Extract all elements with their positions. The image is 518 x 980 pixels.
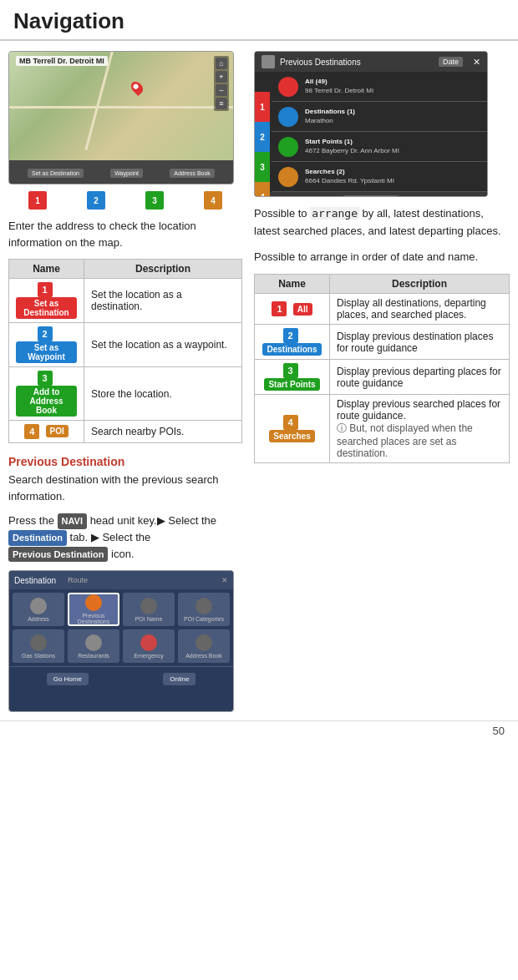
bottom-map-header-title: Destination: [14, 576, 56, 585]
label-3: 3: [145, 191, 164, 210]
left-btn-3[interactable]: Add to Address Book: [16, 386, 77, 417]
right-intro-text1: Possible to arrange by all, latest desti…: [254, 205, 510, 240]
screen-item-icon-3: [278, 137, 298, 157]
label-1: 1: [28, 191, 47, 210]
map-address-btn[interactable]: Address Book: [170, 169, 215, 178]
bottom-map-cell-icon-2: [140, 598, 157, 614]
bottom-map-cell-4[interactable]: Gas Stations: [13, 629, 64, 663]
map-menu-icon[interactable]: ≡: [216, 98, 227, 109]
left-intro-text: Enter the address to check the location …: [8, 218, 242, 250]
map-image: MB Terrell Dr. Detroit MI ⌂ + – ≡ Set as…: [8, 51, 234, 184]
screen-close-icon[interactable]: ✕: [473, 57, 480, 68]
delete-items-btn[interactable]: Delete Items: [343, 195, 399, 197]
go-home-btn[interactable]: Go Home: [47, 673, 89, 685]
arrange-word: arrange: [310, 207, 359, 220]
label-2: 2: [87, 191, 105, 210]
map-zoom-in-icon[interactable]: +: [216, 71, 227, 83]
right-table-row: 2 Destinations Display previous destinat…: [255, 325, 510, 360]
right-table-col-desc: Description: [330, 275, 510, 294]
right-table-cell-desc-2: Display previous destination places for …: [330, 325, 510, 360]
map-waypoint-btn[interactable]: Waypoint: [110, 169, 143, 178]
right-table-row: 1 All Display all destinations, departin…: [255, 294, 510, 325]
bottom-map-cell-label-3: POI Categories: [184, 616, 224, 622]
right-intro-text2: Possible to arrange in order of date and…: [254, 249, 510, 266]
right-btn-1[interactable]: All: [293, 303, 312, 316]
bottom-map-close-icon[interactable]: ✕: [221, 576, 228, 584]
left-table-col-name: Name: [9, 260, 84, 279]
row-num-4: 4: [24, 424, 39, 439]
navi-btn[interactable]: NAVI: [58, 513, 87, 529]
left-table-row: 1 Set as Destination Set the location as…: [9, 279, 242, 323]
left-btn-4[interactable]: POI: [46, 425, 69, 437]
map-zoom-icon[interactable]: ⌂: [216, 58, 227, 69]
screen-list-item[interactable]: Destinations (1) Marathon: [272, 102, 487, 132]
left-table-row: 3 Add to Address Book Store the location…: [9, 367, 242, 421]
bottom-map-cell-label-5: Restaurants: [78, 653, 109, 659]
map-label: MB Terrell Dr. Detroit MI: [16, 56, 108, 66]
right-table-cell-btn-2: 2 Destinations: [255, 325, 330, 360]
right-btn-3[interactable]: Start Points: [264, 378, 319, 391]
bottom-map-cell-2[interactable]: POI Name: [123, 593, 175, 626]
bottom-map-cell-icon-1: [85, 594, 102, 611]
left-table-cell-btn: 3 Add to Address Book: [9, 367, 84, 421]
screen-item-icon-4: [278, 167, 298, 187]
screen-item-text-1: All (49) 98 Terrell Dr. Detroit MI: [305, 78, 373, 95]
screen-list-item[interactable]: Start Points (1) 4672 Bayberry Dr. Ann A…: [272, 132, 487, 162]
right-row-num-4: 4: [283, 415, 298, 430]
map-zoom-out-icon[interactable]: –: [216, 84, 227, 96]
prev-dest-heading: Previous Destination: [8, 455, 242, 468]
bottom-map-cell-label-7: Address Book: [185, 653, 222, 659]
screen-item-text-4: Searches (2) 6664 Dandies Rd. Ypsilanti …: [305, 168, 394, 185]
map-bottom-labels: 1 2 3 4: [8, 191, 242, 210]
bottom-map-cell-icon-5: [85, 634, 102, 651]
screen-side-num-3: 3: [255, 152, 270, 182]
screen-header-title: Previous Destinations: [280, 58, 434, 67]
left-table-cell-desc-4: Search nearby POIs.: [84, 421, 242, 443]
left-btn-1[interactable]: Set as Destination: [16, 297, 77, 319]
screen-side-num-2: 2: [255, 122, 270, 152]
screen-side-num-4: 4: [255, 182, 270, 197]
left-table: Name Description 1 Set as Destination Se…: [8, 259, 242, 443]
bottom-map-cell-label-4: Gas Stations: [22, 653, 55, 659]
bottom-map-cell-7[interactable]: Address Book: [178, 629, 230, 663]
row-num-3: 3: [38, 371, 53, 386]
left-table-row: 4 POI Search nearby POIs.: [9, 421, 242, 443]
bottom-map-cell-6[interactable]: Emergency: [123, 629, 175, 663]
right-table-cell-desc-4: Display previous searched places for rou…: [330, 395, 510, 463]
right-table-cell-desc-3: Display previous departing places for ro…: [330, 360, 510, 395]
left-table-col-desc: Description: [84, 260, 242, 279]
bottom-map-cell-icon-6: [140, 634, 157, 651]
bottom-map-cell-0[interactable]: Address: [13, 593, 64, 626]
screen-list-item[interactable]: All (49) 98 Terrell Dr. Detroit MI: [272, 72, 487, 102]
bottom-map-cell-1[interactable]: Previous Destinations: [68, 593, 119, 626]
right-table: Name Description 1 All Display all desti…: [254, 274, 510, 463]
bottom-nav-screen: Destination Route ✕ Address Previous Des…: [8, 570, 234, 712]
label-4: 4: [204, 191, 222, 210]
bottom-map-cell-label-0: Address: [28, 616, 49, 622]
screen-list-item[interactable]: Searches (2) 6664 Dandies Rd. Ypsilanti …: [272, 162, 487, 192]
map-set-dest-btn[interactable]: Set as Destination: [28, 169, 84, 178]
page-number: 50: [0, 720, 518, 740]
bottom-map-cell-label-6: Emergency: [134, 653, 163, 659]
online-btn[interactable]: Online: [163, 673, 196, 685]
destination-btn[interactable]: Destination: [8, 530, 67, 546]
left-column: MB Terrell Dr. Detroit MI ⌂ + – ≡ Set as…: [8, 51, 242, 712]
prev-destination-btn[interactable]: Previous Destination: [8, 547, 108, 563]
left-table-cell-desc-2: Set the location as a waypoint.: [84, 323, 242, 367]
screen-date-btn[interactable]: Date: [439, 57, 463, 67]
left-table-cell-desc-1: Set the location as a destination.: [84, 279, 242, 323]
left-table-cell-btn: 4 POI: [9, 421, 84, 443]
right-btn-4[interactable]: Searches: [269, 430, 314, 442]
left-table-cell-btn: 2 Set as Waypoint: [9, 323, 84, 367]
right-table-col-name: Name: [255, 275, 330, 294]
bottom-map-cell-3[interactable]: POI Categories: [178, 593, 230, 626]
prev-dest-text2: Press the: [8, 514, 54, 527]
left-btn-2[interactable]: Set as Waypoint: [16, 341, 77, 363]
right-table-cell-btn-3: 3 Start Points: [255, 360, 330, 395]
screen-item-icon-2: [278, 107, 298, 127]
prev-dest-text1: Search destination with the previous sea…: [8, 472, 242, 504]
bottom-map-cell-label-2: POI Name: [135, 616, 163, 622]
right-table-cell-btn-4: 4 Searches: [255, 395, 330, 463]
bottom-map-cell-5[interactable]: Restaurants: [68, 629, 119, 663]
right-btn-2[interactable]: Destinations: [262, 343, 321, 356]
